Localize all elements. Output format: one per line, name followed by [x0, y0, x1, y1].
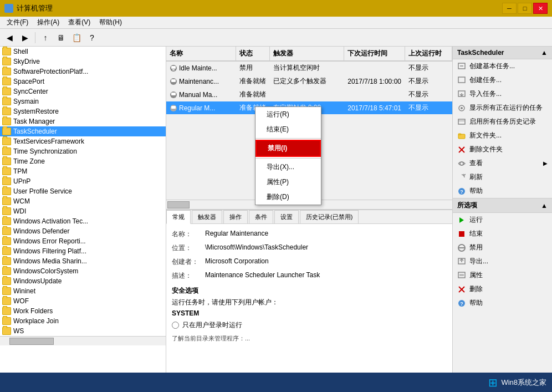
close-button[interactable]: ✕	[533, 3, 548, 14]
sidebar-item-skydrive[interactable]: SkyDrive	[0, 57, 166, 67]
security-section: 安全选项 运行任务时，请使用下列用户帐户： SYSTEM 只在用户登录时运行 了…	[172, 286, 447, 343]
sidebar-item-shell[interactable]: Shell	[0, 47, 166, 57]
back-button[interactable]: ◀	[2, 31, 17, 44]
menu-help[interactable]: 帮助(H)	[95, 17, 126, 28]
sidebar-item-ws[interactable]: WS	[0, 326, 166, 336]
sidebar-item-winfiltering[interactable]: Windows Filtering Platf...	[0, 246, 166, 256]
import-task-icon	[457, 90, 466, 99]
action-run[interactable]: 运行	[453, 213, 552, 227]
col-header-trigger[interactable]: 触发器	[270, 47, 345, 60]
sidebar-item-taskmanager[interactable]: Task Manager	[0, 116, 166, 126]
sidebar-item-windowsupdate[interactable]: WindowsUpdate	[0, 276, 166, 286]
menu-file[interactable]: 文件(F)	[2, 17, 33, 28]
export-label: 导出...	[469, 257, 488, 266]
help-button[interactable]: ?	[85, 31, 99, 44]
delete-icon	[457, 285, 466, 294]
col-header-status[interactable]: 状态	[236, 47, 269, 60]
action-enable-history[interactable]: 启用所有任务历史记录	[453, 115, 552, 129]
enable-history-label: 启用所有任务历史记录	[469, 117, 536, 126]
sidebar-item-wincolorsystem[interactable]: WindowsColorSystem	[0, 266, 166, 276]
computer-button[interactable]: 🖥	[54, 31, 68, 44]
action-create-basic-task[interactable]: 创建基本任务...	[453, 59, 552, 73]
tab-settings[interactable]: 设置	[274, 210, 299, 223]
sidebar-item-wdi[interactable]: WDI	[0, 206, 166, 216]
table-row[interactable]: Idle Mainte... 禁用 当计算机空闲时 不显示	[166, 62, 452, 75]
up-button[interactable]: ↑	[38, 31, 53, 44]
sidebar-item-workplacejoin[interactable]: Workplace Join	[0, 316, 166, 326]
action-view[interactable]: 查看 ▶	[453, 156, 552, 170]
sidebar-item-winerrorreport[interactable]: Windows Error Reporti...	[0, 236, 166, 246]
context-menu: 运行(R) 结束(E) 禁用(I) 导出(X)... 属性(P) 删除(D)	[255, 106, 321, 205]
ctx-disable[interactable]: 禁用(I)	[255, 140, 321, 157]
delete-folder-label: 删除文件夹	[469, 145, 503, 154]
ctx-export[interactable]: 导出(X)...	[255, 160, 321, 175]
toolbar-separator	[35, 32, 35, 43]
sidebar-item-wof[interactable]: WOF	[0, 296, 166, 306]
sidebar-item-systemrestore[interactable]: SystemRestore	[0, 106, 166, 116]
action-import-task[interactable]: 导入任务...	[453, 87, 552, 101]
sidebar-item-timezone[interactable]: Time Zone	[0, 156, 166, 166]
tab-history[interactable]: 历史记录(已禁用)	[300, 210, 359, 223]
action-delete[interactable]: 删除	[453, 282, 552, 296]
ctx-properties[interactable]: 属性(P)	[255, 175, 321, 190]
action-new-folder[interactable]: 新文件夹...	[453, 129, 552, 142]
sidebar-scrollbar-h[interactable]	[0, 336, 166, 345]
sidebar-item-wcm[interactable]: WCM	[0, 196, 166, 206]
col-header-lastrun[interactable]: 上次运行时	[405, 47, 452, 60]
menu-view[interactable]: 查看(V)	[64, 17, 95, 28]
folder-icon	[2, 277, 11, 285]
svg-rect-5	[171, 66, 176, 69]
ctx-run[interactable]: 运行(R)	[255, 107, 321, 122]
sidebar-item-upnp[interactable]: UPnP	[0, 176, 166, 186]
create-basic-task-icon	[457, 62, 466, 71]
action-properties[interactable]: 属性	[453, 268, 552, 282]
sidebar-item-timesync[interactable]: Time Synchronization	[0, 146, 166, 156]
sidebar-item-synccenter[interactable]: SyncCenter	[0, 86, 166, 96]
actions-section-taskscheduler: TaskScheduler ▲	[453, 47, 552, 59]
folder-icon	[2, 257, 11, 265]
sidebar-item-wininet[interactable]: Wininet	[0, 286, 166, 296]
properties-button[interactable]: 📋	[69, 31, 84, 44]
tab-conditions[interactable]: 条件	[249, 210, 273, 223]
show-running-label: 显示所有正在运行的任务	[469, 103, 543, 113]
tab-general[interactable]: 常规	[166, 210, 191, 224]
sidebar-item-spaceport[interactable]: SpacePort	[0, 77, 166, 86]
svg-marker-29	[459, 217, 464, 223]
sidebar-item-tpm[interactable]: TPM	[0, 166, 166, 176]
sidebar-item-workfolders[interactable]: Work Folders	[0, 306, 166, 316]
scroll-thumb-h[interactable]	[9, 338, 54, 345]
tab-actions[interactable]: 操作	[223, 210, 248, 223]
action-show-running[interactable]: 显示所有正在运行的任务	[453, 101, 552, 115]
sidebar-item-windefender[interactable]: Windows Defender	[0, 226, 166, 236]
table-row[interactable]: Maintenanc... 准备就绪 已定义多个触发器 2017/7/18 1:…	[166, 75, 452, 88]
sidebar-item-sysmain[interactable]: Sysmain	[0, 96, 166, 106]
action-disable[interactable]: 禁用	[453, 241, 552, 254]
table-row[interactable]: Manual Ma... 准备就绪 不显示	[166, 88, 452, 101]
action-refresh[interactable]: 刷新	[453, 170, 552, 184]
sidebar-item-winactivation[interactable]: Windows Activation Tec...	[0, 216, 166, 226]
action-help-selected[interactable]: ? 帮助	[453, 296, 552, 310]
action-create-task[interactable]: 创建任务...	[453, 73, 552, 87]
scroll-thumb[interactable]	[167, 201, 190, 208]
menu-action[interactable]: 操作(A)	[33, 17, 64, 28]
ctx-delete[interactable]: 删除(D)	[255, 190, 321, 205]
col-header-name[interactable]: 名称	[166, 47, 236, 60]
action-help-taskscheduler[interactable]: ? 帮助	[453, 184, 552, 198]
maximize-button[interactable]: □	[518, 3, 532, 14]
sidebar-item-winmediasharing[interactable]: Windows Media Sharin...	[0, 256, 166, 266]
minimize-button[interactable]: ─	[502, 3, 517, 14]
radio-loggedin[interactable]	[172, 322, 179, 329]
sidebar-item-textservices[interactable]: TextServicesFramework	[0, 136, 166, 146]
col-header-nextrun[interactable]: 下次运行时间	[344, 47, 405, 60]
forward-button[interactable]: ▶	[18, 31, 32, 44]
ctx-end[interactable]: 结束(E)	[255, 122, 321, 137]
tab-triggers[interactable]: 触发器	[192, 210, 222, 223]
sidebar-item-taskscheduler[interactable]: TaskScheduler	[0, 126, 166, 136]
folder-icon	[2, 207, 11, 215]
sidebar-item-userprofile[interactable]: User Profile Service	[0, 186, 166, 196]
action-end[interactable]: 结束	[453, 227, 552, 241]
action-delete-folder[interactable]: 删除文件夹	[453, 142, 552, 156]
import-task-label: 导入任务...	[469, 89, 502, 99]
action-export[interactable]: 导出...	[453, 254, 552, 268]
sidebar-item-softwareprotection[interactable]: SoftwareProtectionPlatf...	[0, 67, 166, 77]
